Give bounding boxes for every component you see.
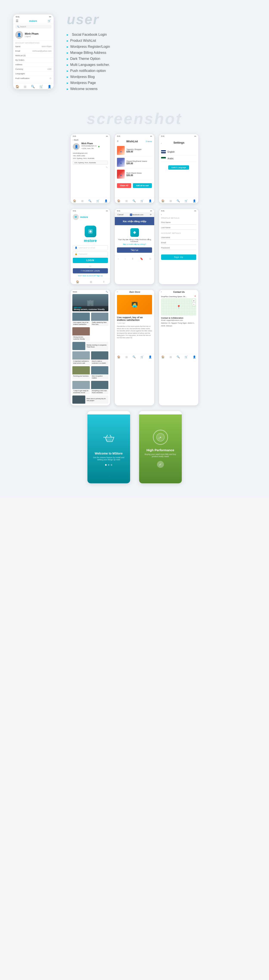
news-card-1[interactable]: Live support, key of an endless satisfac… bbox=[72, 313, 90, 326]
field-address[interactable]: Address bbox=[13, 62, 54, 67]
clean-all-button[interactable]: Clean All bbox=[117, 183, 131, 188]
cart-icon[interactable]: 🛒 bbox=[96, 199, 100, 202]
switch-language-button[interactable]: Switch Language bbox=[168, 165, 189, 170]
home-icon[interactable]: 🏠 bbox=[73, 199, 76, 202]
news-card-2[interactable]: Traffic started by New Fine Cars. bbox=[91, 313, 108, 326]
cart-icon[interactable]: 🛒 bbox=[185, 199, 188, 202]
forward-nav-icon[interactable]: › bbox=[125, 257, 126, 260]
home-icon[interactable]: 🏠 bbox=[76, 280, 79, 283]
share-icon[interactable]: ⬆ bbox=[132, 257, 134, 260]
zoom-out-button[interactable]: − bbox=[192, 303, 195, 306]
grid-icon[interactable]: ▦ bbox=[90, 280, 92, 283]
product-tapestry[interactable]: 👗 Tapestry Shopper $38.00 bbox=[117, 145, 152, 156]
home-icon[interactable]: 🏠 bbox=[117, 355, 120, 358]
username-input[interactable]: 👤 Username or email bbox=[73, 245, 108, 250]
grid-icon[interactable]: ▦ bbox=[169, 199, 172, 202]
field-wishlist[interactable]: WishList (3) bbox=[13, 53, 54, 58]
user-icon[interactable]: 👤 bbox=[149, 199, 152, 202]
search-icon[interactable]: 🔍 bbox=[31, 85, 35, 88]
news-card-4[interactable]: Weekly meeting in companies Think Room bbox=[72, 342, 108, 350]
username: Minh Pham bbox=[81, 142, 97, 145]
search-bar[interactable]: 🔍 Search bbox=[15, 25, 51, 29]
cart-icon[interactable]: 🛒 bbox=[48, 19, 51, 22]
user-icon[interactable]: 👤 bbox=[48, 85, 51, 88]
back-button[interactable]: ‹ Back bbox=[73, 139, 108, 141]
search-icon[interactable]: 🔍 bbox=[132, 199, 136, 202]
language-arabic[interactable]: Arabic bbox=[161, 155, 196, 162]
news-card-6[interactable]: How to make a customer in a retailer bbox=[91, 352, 108, 365]
blog-brand: Bain Store bbox=[129, 291, 140, 293]
signup-link[interactable]: Don't have an account? Sign Up bbox=[73, 275, 108, 277]
bottom-nav: 🏠 ▦ 🔍 🛒 👤 bbox=[159, 198, 198, 203]
user-icon[interactable]: 👤 bbox=[193, 355, 196, 358]
facebook-login-button[interactable]: f FACEBOOK LOGIN bbox=[73, 268, 108, 274]
user-icon[interactable]: 👤 bbox=[105, 199, 108, 202]
news-card-11[interactable]: Brain store is primary key for new proje… bbox=[72, 396, 108, 404]
share-icon[interactable]: ⬆ bbox=[103, 280, 105, 283]
cart-icon[interactable]: 🛒 bbox=[185, 355, 188, 358]
grid-icon[interactable]: ▦ bbox=[125, 355, 128, 358]
user-icon[interactable]: 👤 bbox=[193, 199, 196, 202]
search-icon[interactable]: 🔍 bbox=[177, 355, 180, 358]
nav-icon[interactable]: ☰ bbox=[117, 140, 118, 142]
edit-icon[interactable]: ✎ bbox=[106, 166, 108, 169]
bottom-nav: 🏠 ▦ 🔍 🛒 👤 bbox=[71, 198, 110, 203]
user-icon[interactable]: 👤 bbox=[149, 355, 152, 358]
field-push[interactable]: Push notification ⚙ bbox=[13, 76, 54, 81]
field-orders[interactable]: My Orders bbox=[13, 58, 54, 62]
back-icon[interactable]: ‹ bbox=[161, 142, 162, 144]
news-card-10[interactable]: Everything a tech man must a business bbox=[91, 381, 108, 394]
home-icon[interactable]: 🏠 bbox=[117, 199, 120, 202]
bookmark-icon[interactable]: 🔖 bbox=[140, 257, 143, 260]
field-languages[interactable]: Languages bbox=[13, 72, 54, 76]
product-dress[interactable]: 👗 Red Check Dress $35.00 bbox=[117, 169, 152, 180]
search-icon[interactable]: 🔍 bbox=[177, 199, 180, 202]
zoom-in-button[interactable]: + bbox=[192, 299, 195, 302]
directions-icon[interactable]: 📍 bbox=[194, 296, 196, 298]
grid-icon[interactable]: ▦ bbox=[24, 85, 27, 88]
first-name-input[interactable] bbox=[161, 220, 196, 224]
cart-icon2[interactable]: 🛒 bbox=[40, 85, 43, 88]
tabs-icon[interactable]: ⧉ bbox=[149, 257, 151, 260]
news-card-5[interactable]: 4 important methods to keep servers safe bbox=[72, 352, 90, 365]
cart-icon[interactable]: 🛒 bbox=[140, 355, 144, 358]
feature-item: Manage Billing Address bbox=[67, 50, 110, 56]
features-list: Social Facebook Login Product WishList W… bbox=[67, 32, 110, 92]
user-email: minhcasi@pham.co+1234, hcm, 5N bbox=[81, 145, 97, 150]
grid-icon[interactable]: ▦ bbox=[125, 199, 128, 202]
logout-link[interactable]: Logout bbox=[25, 35, 38, 37]
back-nav-icon[interactable]: ‹ bbox=[118, 257, 119, 260]
field-email[interactable]: Email minhcasi@yahoo.com bbox=[13, 49, 54, 53]
home-icon[interactable]: 🏠 bbox=[161, 355, 164, 358]
username-input[interactable] bbox=[161, 235, 196, 240]
field-name[interactable]: Name Minh Pham bbox=[13, 45, 54, 49]
settings-header: ‹ Settings bbox=[161, 139, 196, 148]
email-input[interactable] bbox=[161, 241, 196, 245]
news-card-8[interactable]: New occupation matters bbox=[91, 366, 108, 380]
grid-icon[interactable]: ▦ bbox=[169, 355, 172, 358]
home-icon[interactable]: 🏠 bbox=[16, 85, 19, 88]
toggle-icon[interactable]: ⚙ bbox=[49, 77, 51, 80]
cancel-button[interactable]: Cancel bbox=[117, 213, 123, 216]
cart-icon[interactable]: 🛒 bbox=[140, 199, 144, 202]
signup-button[interactable]: Sign Up bbox=[161, 255, 196, 260]
back-button[interactable]: ‹ bbox=[161, 213, 196, 216]
fb-continue-button[interactable]: Tiếp tục bbox=[117, 247, 152, 253]
field-currency[interactable]: Currency USD bbox=[13, 67, 54, 72]
home-icon[interactable]: 🏠 bbox=[161, 199, 164, 202]
password-input[interactable]: 🔒 Password bbox=[73, 251, 108, 256]
hamburger-icon[interactable]: ☰ bbox=[16, 19, 19, 22]
login-button[interactable]: LOGIN bbox=[73, 258, 108, 263]
search-icon[interactable]: 🔍 bbox=[88, 199, 92, 202]
map-area[interactable]: 📍 + − bbox=[161, 298, 196, 316]
news-card-7[interactable]: Running your business bbox=[72, 366, 90, 380]
last-name-input[interactable] bbox=[161, 226, 196, 230]
add-to-cart-button[interactable]: Add all to cart bbox=[133, 183, 152, 188]
news-card-3[interactable]: Strong servers, customer friendly bbox=[72, 327, 90, 340]
news-card-9[interactable]: 7 ways to get ready for a business recru… bbox=[72, 381, 90, 394]
search-icon[interactable]: 🔍 bbox=[132, 355, 136, 358]
password-input[interactable] bbox=[161, 246, 196, 250]
grid-icon[interactable]: ▦ bbox=[81, 199, 84, 202]
language-english[interactable]: English bbox=[161, 148, 196, 155]
product-jeans[interactable]: 👖 Ripped Boyfriend Jeans $30.00 bbox=[117, 156, 152, 169]
